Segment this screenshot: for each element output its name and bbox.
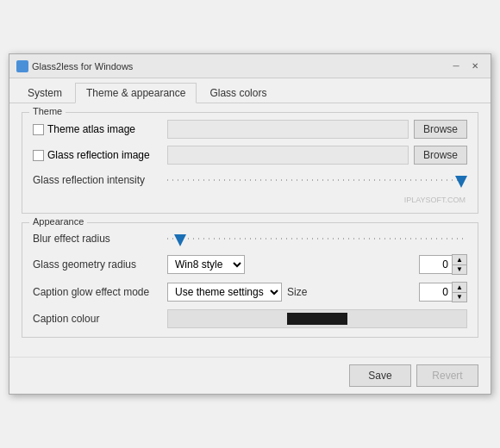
blur-radius-row: Blur effect radius [33, 230, 467, 247]
title-bar: Glass2less for Windows ─ ✕ [9, 54, 491, 78]
intensity-slider[interactable] [167, 171, 467, 189]
blur-slider-thumb [174, 234, 186, 246]
tab-theme[interactable]: Theme & appearance [75, 83, 197, 103]
appearance-section-label: Appearance [29, 216, 87, 227]
size-label: Size [287, 286, 307, 298]
theme-atlas-row: Theme atlas image Browse [33, 120, 467, 139]
intensity-slider-track [167, 179, 467, 181]
appearance-section: Appearance Blur effect radius Glass geom… [22, 222, 478, 338]
title-bar-left: Glass2less for Windows [16, 60, 133, 72]
blur-label: Blur effect radius [33, 233, 162, 245]
geometry-radius-row: Glass geometry radius Win8 style Win7 st… [33, 254, 467, 275]
tabs-bar: System Theme & appearance Glass colors [9, 78, 491, 103]
theme-section: Theme Theme atlas image Browse Glass ref… [22, 112, 478, 214]
reflection-browse-button[interactable]: Browse [414, 146, 467, 165]
intensity-label: Glass reflection intensity [33, 174, 162, 186]
minimize-button[interactable]: ─ [447, 59, 465, 73]
caption-glow-row: Caption glow effect mode Use theme setti… [33, 282, 467, 302]
caption-spinner: ▲ ▼ [419, 282, 467, 302]
caption-glow-dropdown[interactable]: Use theme settings None Glow Blur [167, 283, 282, 302]
geometry-spinner: ▲ ▼ [419, 254, 467, 275]
caption-colour-swatch [287, 313, 347, 325]
caption-spinner-up[interactable]: ▲ [453, 283, 466, 292]
tab-glass[interactable]: Glass colors [198, 83, 278, 103]
caption-spinner-down[interactable]: ▼ [453, 292, 466, 302]
blur-slider[interactable] [167, 230, 467, 247]
geometry-spinner-input[interactable] [419, 255, 452, 274]
reflection-image-row: Glass reflection image Browse [33, 146, 467, 165]
title-controls: ─ ✕ [447, 59, 484, 73]
main-window: Glass2less for Windows ─ ✕ System Theme … [9, 53, 491, 395]
reflection-path-input[interactable] [167, 146, 409, 165]
atlas-browse-button[interactable]: Browse [414, 120, 467, 139]
atlas-path-input[interactable] [167, 120, 409, 139]
watermark: IPLAYSOFT.COM [33, 196, 467, 204]
reflection-intensity-row: Glass reflection intensity [33, 171, 467, 189]
app-icon [16, 60, 28, 72]
reflection-checkbox-label: Glass reflection image [33, 149, 162, 161]
caption-spinner-buttons: ▲ ▼ [452, 282, 467, 302]
tab-content: Theme Theme atlas image Browse Glass ref… [9, 103, 491, 357]
atlas-checkbox[interactable] [33, 124, 44, 135]
caption-glow-label: Caption glow effect mode [33, 286, 162, 298]
reflection-label-text: Glass reflection image [47, 149, 150, 161]
atlas-label-text: Theme atlas image [47, 123, 135, 135]
revert-button[interactable]: Revert [416, 364, 478, 387]
tab-system[interactable]: System [16, 83, 73, 103]
geometry-dropdown[interactable]: Win8 style Win7 style None [167, 255, 245, 274]
atlas-checkbox-label: Theme atlas image [33, 123, 162, 135]
blur-slider-track [167, 238, 467, 240]
reflection-checkbox[interactable] [33, 150, 44, 161]
intensity-slider-thumb [455, 176, 467, 188]
window-title: Glass2less for Windows [32, 61, 133, 72]
geometry-spinner-buttons: ▲ ▼ [452, 254, 467, 275]
theme-section-label: Theme [29, 106, 66, 116]
save-button[interactable]: Save [349, 364, 411, 387]
caption-colour-display[interactable] [167, 309, 467, 328]
caption-spinner-input[interactable] [419, 283, 452, 302]
geometry-spinner-up[interactable]: ▲ [453, 255, 466, 264]
close-button[interactable]: ✕ [466, 59, 484, 73]
geometry-spinner-down[interactable]: ▼ [453, 264, 466, 274]
footer: Save Revert [9, 357, 491, 394]
caption-colour-row: Caption colour [33, 309, 467, 328]
geometry-label: Glass geometry radius [33, 258, 162, 271]
caption-colour-label: Caption colour [33, 313, 162, 325]
